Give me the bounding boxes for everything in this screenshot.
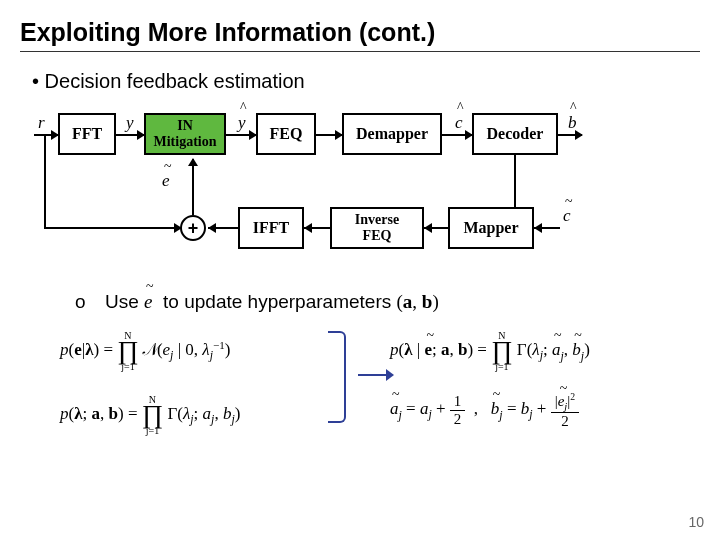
block-mapper: Mapper: [448, 207, 534, 249]
block-diagram: r FFT y INMitigation y FEQ Demapper c De…: [30, 111, 690, 281]
formula-p-lambda-ab: p(λ; a, b) = N∏j=1 Γ(λj; aj, bj): [60, 395, 240, 436]
formula-area: p(e|λ) = N∏j=1 𝒩(ej | 0, λj−1) p(λ; a, b…: [60, 323, 680, 473]
arrow: [34, 134, 58, 136]
block-demapper: Demapper: [342, 113, 442, 155]
sig-chat: c: [455, 113, 463, 133]
sig-y: y: [126, 113, 134, 133]
arrowhead-left: [304, 223, 312, 233]
sig-etilde: e: [162, 171, 170, 191]
page-number: 10: [688, 514, 704, 530]
block-fft: FFT: [58, 113, 116, 155]
line: [514, 155, 516, 209]
arrow: [316, 134, 342, 136]
arrow: [116, 134, 144, 136]
arrow-up: [192, 159, 194, 215]
block-ifft: IFFT: [238, 207, 304, 249]
block-decoder: Decoder: [472, 113, 558, 155]
sig-yhat: y: [238, 113, 246, 133]
brace: [328, 331, 346, 423]
formula-posterior: p(λ | e; a, b) = N∏j=1 Γ(λj; aj, bj): [390, 331, 590, 372]
bullet-main: Decision feedback estimation: [32, 70, 700, 93]
block-inv-feq: InverseFEQ: [330, 207, 424, 249]
sub-bullet: oUse e to update hyperparameters (a, b): [75, 291, 700, 313]
sig-ctilde: c: [563, 206, 571, 226]
formula-update: aj = aj + 12 , bj = bj + |ej|22: [390, 391, 579, 430]
arrowhead-left: [208, 223, 216, 233]
arrowhead-right: [174, 223, 182, 233]
formula-p-e-lambda: p(e|λ) = N∏j=1 𝒩(ej | 0, λj−1): [60, 331, 230, 372]
arrow: [442, 134, 472, 136]
line: [44, 134, 46, 228]
line: [44, 227, 176, 229]
arrowhead-left: [424, 223, 432, 233]
adder: [180, 215, 206, 241]
arrow: [558, 134, 582, 136]
divider: [20, 51, 700, 52]
arrow: [226, 134, 256, 136]
block-in-mitigation: INMitigation: [144, 113, 226, 155]
arrow-right-icon: [358, 367, 394, 383]
sig-r: r: [38, 113, 45, 133]
block-feq: FEQ: [256, 113, 316, 155]
arrowhead-left: [534, 223, 542, 233]
slide-title: Exploiting More Information (cont.): [20, 18, 700, 47]
